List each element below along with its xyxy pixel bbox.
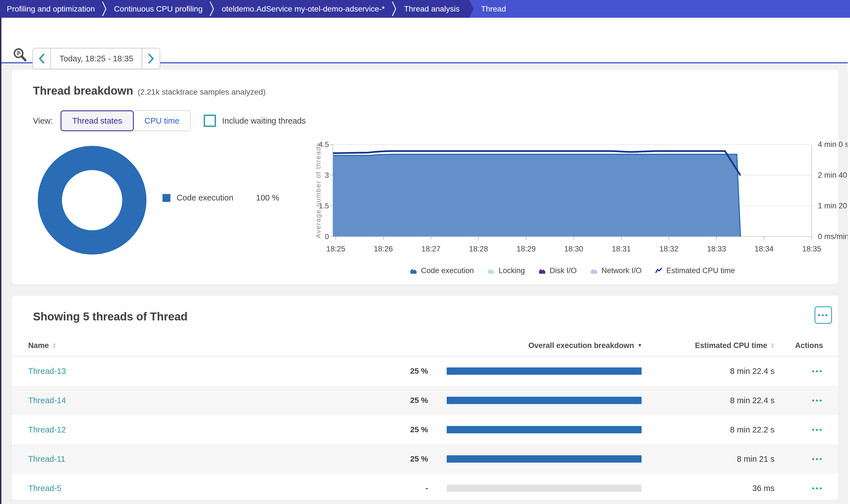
timeframe-next-button[interactable]: [142, 49, 160, 69]
stacktrace-magnifier-icon[interactable]: [12, 48, 28, 64]
breadcrumb-item-cpu-profiling[interactable]: Continuous CPU profiling: [107, 0, 209, 18]
column-header-name[interactable]: Name ▲▼: [28, 341, 377, 350]
svg-text:0 ms/min: 0 ms/min: [818, 232, 849, 241]
timeframe-previous-button[interactable]: [33, 49, 51, 69]
table-row: Thread-5 - 36 ms •••: [12, 473, 838, 503]
svg-text:18:32: 18:32: [659, 245, 678, 253]
execution-bar: [428, 397, 642, 404]
row-actions-button[interactable]: •••: [812, 455, 823, 464]
legend-item-disk-io[interactable]: Disk I/O: [538, 266, 577, 275]
svg-text:3: 3: [325, 171, 329, 179]
svg-text:18:35: 18:35: [802, 245, 821, 253]
legend-label: Code execution: [177, 193, 256, 202]
execution-bar: [428, 455, 642, 463]
table-more-actions-button[interactable]: •••: [815, 306, 832, 324]
area-glyph-icon: [538, 268, 546, 274]
svg-text:18:34: 18:34: [755, 245, 774, 253]
legend-item-code-execution[interactable]: Code execution: [410, 266, 474, 275]
y-axis-label: Average number of threads: [316, 142, 322, 238]
breadcrumb-item-profiling[interactable]: Profiling and optimization: [0, 0, 102, 18]
legend-item-estimated-cpu-time[interactable]: Estimated CPU time: [655, 266, 735, 275]
include-waiting-threads-checkbox[interactable]: Include waiting threads: [203, 114, 306, 127]
svg-text:18:25: 18:25: [326, 245, 345, 253]
sort-icon: ▲▼: [771, 342, 775, 348]
cpu-time-value: 8 min 22.4 s: [642, 366, 775, 376]
row-actions-button[interactable]: •••: [812, 484, 823, 493]
row-actions-button[interactable]: •••: [812, 367, 823, 376]
line-glyph-icon: [655, 268, 662, 274]
view-label: View:: [33, 116, 53, 126]
column-header-breakdown[interactable]: Overall execution breakdown ▼: [377, 341, 642, 350]
chevron-right-icon: [391, 0, 397, 18]
table-row: Thread-13 25 % 8 min 22.4 s •••: [12, 357, 838, 386]
execution-bar-fill: [447, 397, 642, 404]
svg-text:18:28: 18:28: [469, 245, 488, 253]
svg-text:1 min 20 s /min: 1 min 20 s /min: [818, 202, 850, 210]
svg-text:18:33: 18:33: [707, 245, 726, 253]
svg-text:18:26: 18:26: [374, 245, 393, 253]
cpu-time-value: 8 min 21 s: [642, 454, 775, 464]
timeframe-value[interactable]: Today, 18:25 - 18:35: [51, 49, 142, 69]
checkbox-label: Include waiting threads: [222, 116, 306, 126]
execution-percent: 25 %: [377, 425, 428, 434]
execution-bar-fill: [447, 426, 642, 433]
row-actions-button[interactable]: •••: [812, 396, 823, 405]
area-glyph-icon: [487, 268, 495, 274]
breadcrumb-item-thread-analysis[interactable]: Thread analysis: [397, 0, 466, 18]
column-header-actions: Actions: [775, 341, 823, 350]
thread-link[interactable]: Thread-12: [28, 425, 66, 434]
legend-item-locking[interactable]: Locking: [487, 266, 525, 275]
chevron-right-icon: [209, 0, 215, 18]
breadcrumb-item-service[interactable]: oteldemo.AdService my-otel-demo-adservic…: [215, 0, 391, 18]
execution-percent: -: [377, 484, 428, 493]
legend-value: 100 %: [256, 193, 279, 202]
breadcrumb-item-thread-active: Thread: [473, 0, 509, 18]
view-toggle: Thread states CPU time: [60, 110, 190, 131]
section-title: Thread breakdown: [33, 85, 133, 97]
sort-icon: ▲▼: [52, 342, 56, 348]
cpu-time-value: 8 min 22.2 s: [642, 425, 775, 434]
execution-bar: [428, 367, 642, 375]
donut-chart: [38, 146, 146, 254]
table-row: Thread-12 25 % 8 min 22.2 s •••: [12, 415, 838, 444]
area-glyph-icon: [410, 268, 417, 274]
execution-bar-fill: [447, 455, 642, 463]
svg-text:18:30: 18:30: [564, 245, 583, 253]
left-edge-panel: [0, 18, 1, 504]
scrollbar[interactable]: [848, 18, 850, 504]
checkbox-icon[interactable]: [203, 114, 216, 127]
svg-text:4 min 0 s /min: 4 min 0 s /min: [818, 140, 850, 149]
threads-table-card: Showing 5 threads of Thread ••• Name ▲▼ …: [12, 296, 838, 500]
thread-activity-chart: 4.5 3 1.5 0 4 min 0 s /min 2 min 40 s /m…: [316, 139, 850, 264]
timeframe-selector: Today, 18:25 - 18:35: [32, 48, 160, 69]
execution-bar: [428, 485, 642, 492]
thread-link[interactable]: Thread-14: [28, 396, 66, 405]
column-header-cpu[interactable]: Estimated CPU time ▲▼: [642, 341, 775, 350]
thread-link[interactable]: Thread-11: [28, 454, 65, 464]
svg-text:18:29: 18:29: [516, 245, 536, 253]
table-row: Thread-14 25 % 8 min 22.4 s •••: [12, 386, 838, 415]
svg-text:0: 0: [325, 232, 329, 241]
code-execution-area: [333, 154, 741, 236]
thread-link[interactable]: Thread-13: [28, 366, 66, 376]
svg-text:2 min 40 s /min: 2 min 40 s /min: [818, 171, 850, 179]
cpu-time-value: 36 ms: [642, 484, 775, 493]
view-cpu-time-button[interactable]: CPU time: [134, 110, 191, 131]
legend-item-network-io[interactable]: Network I/O: [590, 266, 642, 275]
table-header: Name ▲▼ Overall execution breakdown ▼ Es…: [12, 335, 838, 357]
donut-legend: Code execution 100 %: [162, 193, 279, 202]
table-row: Thread-11 25 % 8 min 21 s •••: [12, 444, 838, 473]
breadcrumb: Profiling and optimization Continuous CP…: [0, 0, 850, 18]
execution-percent: 25 %: [377, 454, 428, 464]
cpu-time-value: 8 min 22.4 s: [642, 396, 775, 405]
table-title: Showing 5 threads of Thread: [33, 310, 188, 323]
execution-percent: 25 %: [377, 396, 428, 405]
svg-text:18:31: 18:31: [612, 245, 631, 253]
row-actions-button[interactable]: •••: [812, 426, 823, 434]
thread-link[interactable]: Thread-5: [28, 484, 61, 493]
chevron-right-icon: [102, 0, 107, 18]
view-thread-states-button[interactable]: Thread states: [60, 110, 134, 131]
execution-percent: 25 %: [377, 366, 428, 376]
svg-text:18:27: 18:27: [421, 245, 441, 253]
legend-swatch: [162, 194, 171, 202]
